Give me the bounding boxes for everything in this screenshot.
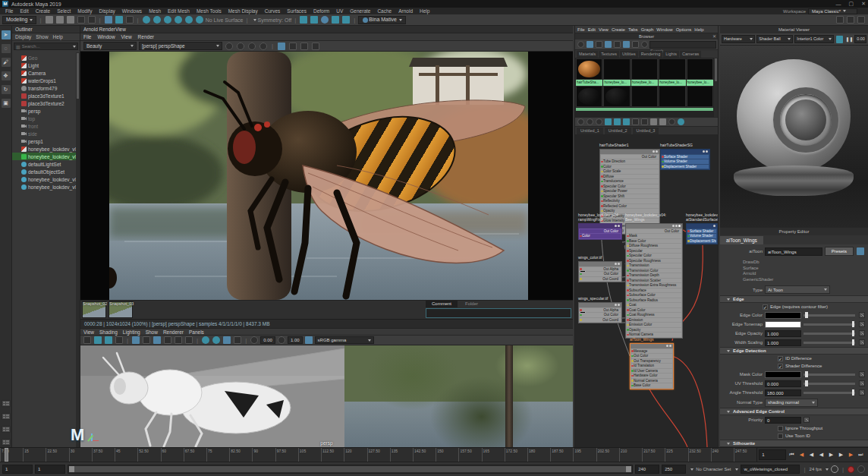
new-scene-icon[interactable]: [46, 16, 53, 24]
material-viewer-title[interactable]: Material Viewer: [720, 26, 868, 33]
snap-point-icon[interactable]: [164, 16, 171, 24]
node-attr-row[interactable]: Base Color: [631, 383, 672, 388]
shader-difference-checkbox[interactable]: ✓: [778, 364, 783, 369]
viewer-environment-dropdown[interactable]: Interior1 Color: [794, 35, 834, 43]
outliner-scrollbar[interactable]: [76, 52, 80, 447]
viewport-menu-item[interactable]: Show: [146, 329, 158, 335]
list-view-icon[interactable]: [596, 41, 602, 48]
layout-persp-outliner-button[interactable]: [2, 426, 11, 433]
menu-item[interactable]: Mesh Tools: [193, 8, 225, 14]
menu-item[interactable]: UV: [333, 8, 346, 14]
node-attr-row[interactable]: Normal Camera: [627, 333, 681, 337]
node-attr-row[interactable]: Specular Roughness: [627, 259, 681, 263]
outliner-item[interactable]: honeybee_lookdev_v04c: [12, 183, 76, 191]
lighting-icon[interactable]: [164, 336, 171, 344]
pin-graph-icon[interactable]: [632, 118, 639, 125]
snapshot-thumbnail[interactable]: Snapshot_02: [82, 301, 106, 318]
menu-item[interactable]: Edit: [17, 8, 31, 14]
hypershade-menu-item[interactable]: Help: [694, 27, 703, 32]
animation-end-field[interactable]: 250: [662, 465, 686, 474]
alpha-channel-icon[interactable]: [289, 43, 297, 50]
node-attr-row[interactable]: Translucence: [601, 179, 659, 184]
material-swatch[interactable]: [631, 86, 658, 107]
menu-item[interactable]: Create: [33, 8, 54, 14]
node-attr-row[interactable]: Out Alpha: [580, 308, 621, 313]
node-out-port[interactable]: Out Color: [627, 229, 681, 234]
node-attr-row[interactable]: Out Alpha: [580, 267, 621, 272]
viewport-canvas[interactable]: persp: [80, 345, 573, 447]
browser-tab[interactable]: Materials: [577, 51, 598, 58]
node-attr-row[interactable]: Volume Shader: [687, 234, 716, 238]
node-attr-row[interactable]: Subsurface Radius: [627, 298, 681, 303]
section-collapse-icon[interactable]: [727, 298, 730, 301]
go-to-end-button[interactable]: ⏭: [857, 452, 865, 458]
node-attr-row[interactable]: Transmission Scatter: [627, 279, 681, 283]
node-bee-wings[interactable]: honeybee_lookdev_v04:Bee_Wings Out Color…: [625, 213, 683, 339]
simple-mode-icon[interactable]: [641, 118, 648, 125]
shaded-icon[interactable]: [143, 336, 150, 344]
select-hierarchy-icon[interactable]: [105, 16, 112, 24]
snap-curve-icon[interactable]: [153, 16, 161, 24]
sort-name-icon[interactable]: [623, 41, 630, 48]
back-icon[interactable]: [577, 41, 584, 48]
go-to-start-button[interactable]: ⏮: [788, 452, 796, 458]
outliner-item[interactable]: top: [12, 115, 76, 122]
aov-dropdown[interactable]: Beauty: [83, 42, 137, 50]
medium-swatch-icon[interactable]: [605, 41, 612, 48]
outliner-item[interactable]: side: [12, 130, 76, 137]
node-out-port[interactable]: Out Color: [580, 229, 621, 234]
swatch-scrollbar[interactable]: [714, 58, 718, 117]
layout-four-pane-button[interactable]: [2, 413, 11, 420]
rotate-tool-icon[interactable]: ↻: [2, 85, 11, 94]
edge-opacity-field[interactable]: 1.000: [765, 330, 801, 337]
ab-compare-icon[interactable]: [259, 43, 267, 50]
layout-single-pane-button[interactable]: [2, 400, 11, 407]
edge-enable-checkbox[interactable]: ✓: [763, 304, 768, 310]
node-attr-row[interactable]: Hardware Color: [631, 374, 672, 378]
menu-item[interactable]: Modify: [74, 8, 95, 14]
uv-threshold-field[interactable]: 0.000: [765, 380, 801, 387]
outliner-menu-item[interactable]: Display: [15, 34, 31, 39]
menu-item[interactable]: Help: [417, 8, 432, 14]
snapshot-thumbnail[interactable]: Snapshot_03: [108, 301, 133, 318]
play-forwards-button[interactable]: ▶: [827, 452, 835, 458]
fps-dropdown[interactable]: 24 fps: [810, 465, 829, 474]
range-slider[interactable]: [68, 465, 633, 474]
screen-space-ao-icon[interactable]: [185, 336, 193, 344]
material-swatch[interactable]: [631, 58, 658, 80]
render-settings-icon[interactable]: [321, 16, 329, 24]
outliner-menu-item[interactable]: Help: [53, 34, 63, 39]
node-attr-row[interactable]: Reflectivity: [601, 199, 659, 203]
hypershade-menu-item[interactable]: Options: [676, 27, 692, 32]
show-hide-icon[interactable]: [857, 247, 864, 255]
priority-field[interactable]: 0: [765, 417, 801, 424]
live-link-dropdown[interactable]: Bina Mative: [358, 16, 406, 24]
node-attr-row[interactable]: Specular: [627, 249, 681, 254]
node-attr-row[interactable]: Out Transparency: [631, 359, 672, 364]
graph-materials-icon[interactable]: [605, 118, 612, 125]
node-attr-row[interactable]: Coat Color: [627, 308, 681, 313]
outliner-item[interactable]: persp1: [12, 137, 76, 145]
node-wings-color-file[interactable]: wings_color.tif Out AlphaOut ColorOut Co…: [578, 256, 622, 282]
ipr-render-icon[interactable]: [310, 16, 318, 24]
browser-tab[interactable]: Cameras: [680, 51, 701, 58]
browser-tab[interactable]: Rendering: [639, 51, 662, 58]
node-attr-row[interactable]: Transmission Color: [627, 269, 681, 273]
layout-hypershade-button[interactable]: [2, 439, 11, 446]
workspace-dropdown[interactable]: Maya Classic*: [808, 8, 857, 14]
outliner-search[interactable]: ▥: [14, 43, 78, 50]
browser-tab[interactable]: Lights: [663, 51, 679, 58]
node-attr-row[interactable]: Displacement Shader: [687, 239, 716, 244]
angle-threshold-field[interactable]: 180.000: [765, 389, 801, 396]
map-button[interactable]: [859, 312, 865, 318]
node-attr-row[interactable]: Specular Shift: [601, 194, 659, 199]
view-transform-dropdown[interactable]: sRGB gamma: [315, 336, 374, 344]
menu-item[interactable]: Surfaces: [284, 8, 310, 14]
sample-level-field[interactable]: 0.00: [854, 35, 866, 43]
node-attr-row[interactable]: Opacity: [627, 328, 681, 333]
symmetry-chevron-icon[interactable]: [253, 19, 256, 21]
gamma-toggle-icon[interactable]: [278, 336, 285, 344]
material-swatch[interactable]: [687, 58, 713, 80]
hypershade-menu-item[interactable]: Tabs: [628, 27, 638, 32]
outliner-item[interactable]: defaultLightSet: [12, 160, 76, 168]
